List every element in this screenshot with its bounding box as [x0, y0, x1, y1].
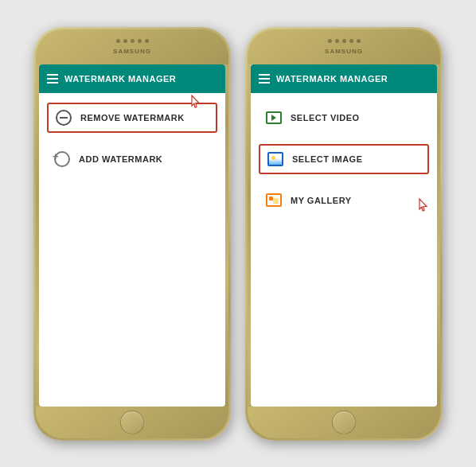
add-wm-icon [53, 150, 71, 168]
speaker-2 [328, 39, 361, 43]
select-image-label: SELECT IMAGE [292, 154, 363, 164]
app-title-2: WATERMARK MANAGER [276, 74, 388, 84]
hamburger-line [47, 78, 58, 80]
hamburger-line [259, 82, 270, 84]
hamburger-line [259, 74, 270, 76]
add-wm-circle-icon [54, 151, 70, 167]
brand-label: SAMSUNG [113, 48, 151, 55]
phone-2-top: SAMSUNG [248, 29, 440, 64]
phone-2-bottom [248, 407, 440, 438]
speaker-dot [342, 39, 346, 43]
phone-2-screen: WATERMARK MANAGER SELECT VIDEO [251, 64, 437, 407]
speaker-dot [328, 39, 332, 43]
phone-1-bottom [36, 407, 228, 438]
add-watermark-item[interactable]: ADD WATERMARK [47, 144, 217, 174]
brand-label-2: SAMSUNG [325, 48, 363, 55]
remove-watermark-item[interactable]: REMOVE WATERMARK [47, 103, 217, 133]
cursor-pointer-2 [416, 198, 431, 219]
phone-1: SAMSUNG WATERMARK MANAGER [33, 27, 231, 441]
add-watermark-label: ADD WATERMARK [79, 154, 162, 164]
gallery-folder-icon [266, 193, 282, 207]
phone-1-body: SAMSUNG WATERMARK MANAGER [36, 29, 228, 438]
speaker-dot [138, 39, 142, 43]
my-gallery-label: MY GALLERY [291, 196, 352, 205]
speaker [116, 39, 149, 43]
speaker-dot [335, 39, 339, 43]
phone-2-content: SELECT VIDEO SELECT IMAGE [251, 93, 437, 407]
gallery-icon [265, 192, 283, 209]
video-play-icon [266, 111, 282, 124]
hamburger-menu-2[interactable] [259, 74, 270, 84]
phone-1-appbar: WATERMARK MANAGER [39, 64, 225, 93]
hamburger-line [47, 82, 58, 84]
select-video-label: SELECT VIDEO [291, 113, 360, 123]
remove-watermark-label: REMOVE WATERMARK [80, 113, 185, 123]
hamburger-line [259, 78, 270, 80]
phones-container: SAMSUNG WATERMARK MANAGER [33, 27, 443, 441]
phone-2-body: SAMSUNG WATERMARK MANAGER [248, 29, 440, 438]
app-title-1: WATERMARK MANAGER [64, 74, 176, 84]
home-button-1[interactable] [120, 411, 144, 434]
video-icon [265, 109, 283, 126]
phone-2-appbar: WATERMARK MANAGER [251, 64, 437, 93]
speaker-dot [116, 39, 120, 43]
remove-wm-circle-icon [56, 110, 72, 126]
speaker-dot [123, 39, 127, 43]
phone-1-content: REMOVE WATERMARK ADD WATERMARK [39, 93, 225, 407]
home-button-2[interactable] [332, 411, 356, 434]
image-icon [267, 150, 284, 168]
image-file-icon [267, 152, 283, 166]
phone-2: SAMSUNG WATERMARK MANAGER [245, 27, 443, 441]
phone-1-top: SAMSUNG [36, 29, 228, 64]
remove-wm-icon [55, 109, 72, 126]
speaker-dot [131, 39, 135, 43]
speaker-dot [357, 39, 361, 43]
speaker-dot [145, 39, 149, 43]
speaker-dot [349, 39, 353, 43]
select-image-item[interactable]: SELECT IMAGE [259, 144, 429, 174]
hamburger-menu[interactable] [47, 74, 58, 84]
phone-1-screen: WATERMARK MANAGER REMOVE WATERM [39, 64, 225, 407]
select-video-item[interactable]: SELECT VIDEO [259, 103, 429, 133]
my-gallery-item[interactable]: MY GALLERY [259, 185, 429, 216]
hamburger-line [47, 74, 58, 76]
